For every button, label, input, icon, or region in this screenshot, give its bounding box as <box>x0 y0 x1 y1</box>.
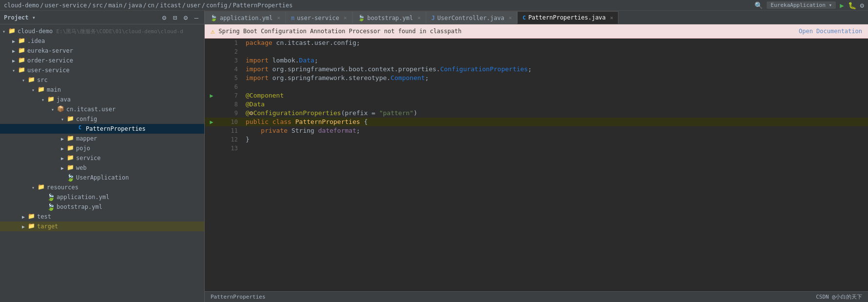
tree-item-web[interactable]: ▶ 📁 web <box>0 163 204 173</box>
tree-item-package[interactable]: ▾ 📦 cn.itcast.user <box>0 104 204 114</box>
arrow-idea: ▶ <box>10 39 18 44</box>
tree-label-package: cn.itcast.user <box>66 106 116 113</box>
tree-item-service[interactable]: ▶ 📁 service <box>0 153 204 163</box>
tree-label-pojo: pojo <box>76 145 90 152</box>
breadcrumb-main[interactable]: main <box>108 2 122 9</box>
tree-item-test[interactable]: ▶ 📁 test <box>0 212 204 221</box>
gutter-5 <box>205 74 224 82</box>
hide-icon[interactable]: — <box>193 14 200 21</box>
arrow-main: ▾ <box>29 87 37 93</box>
tree-item-idea[interactable]: ▶ 📁 .idea <box>0 36 204 46</box>
close-tab-bootstrap-yml[interactable]: ✕ <box>417 15 421 21</box>
tree-label-mapper: mapper <box>76 135 97 142</box>
breadcrumb-itcast[interactable]: itcast <box>160 2 181 9</box>
gutter-7: ▶ <box>205 91 224 100</box>
tree-item-target[interactable]: ▶ 📁 target <box>0 221 204 231</box>
arrow-pattern <box>68 126 76 132</box>
sync-icon[interactable]: ⚙ <box>160 14 168 21</box>
close-tab-pattern-properties[interactable]: ✕ <box>610 15 614 21</box>
search-icon[interactable]: 🔍 <box>754 1 763 9</box>
arrow-order: ▶ <box>10 58 18 63</box>
tab-application-yml[interactable]: 🍃 application.yml ✕ <box>205 11 286 24</box>
tree-item-resources[interactable]: ▾ 📁 resources <box>0 182 204 192</box>
code-line-12: 12 } <box>205 135 868 144</box>
arrow-target: ▶ <box>19 224 27 229</box>
folder-icon-test: 📁 <box>27 213 35 221</box>
code-line-9: 9 @⚙ConfigurationProperties(prefix = "pa… <box>205 109 868 118</box>
linecontent-13 <box>244 144 868 153</box>
folder-icon-user-service: 📁 <box>18 66 25 74</box>
tab-bootstrap-yml[interactable]: 🍃 bootstrap.yml ✕ <box>352 11 426 24</box>
tree-item-cloud-demo[interactable]: ▾ 📁 cloud-demo E:\黑马\微服务\CODE\01\cloud-d… <box>0 26 204 36</box>
tree-item-pattern-properties[interactable]: C PatternProperties <box>0 124 204 134</box>
tab-label-app-yml: application.yml <box>220 15 272 21</box>
tree-item-mapper[interactable]: ▶ 📁 mapper <box>0 134 204 143</box>
arrow-user-app <box>58 175 66 181</box>
tree-item-pojo[interactable]: ▶ 📁 pojo <box>0 143 204 153</box>
linenum-6: 6 <box>224 82 244 91</box>
code-line-10: ▶ 10 public class PatternProperties { <box>205 118 868 126</box>
tree-label-config: config <box>76 116 97 122</box>
settings-icon-top[interactable]: ⚙ <box>860 1 864 9</box>
tree-item-user-service[interactable]: ▾ 📁 user-service <box>0 65 204 75</box>
main-layout: Project ▾ ⚙ ⊟ ⚙ — ▾ 📁 cloud-demo E:\黑马\微… <box>0 11 868 302</box>
breadcrumb-user-service[interactable]: user-service <box>44 2 87 9</box>
tree-label-user-service: user-service <box>27 67 70 74</box>
tree-item-main[interactable]: ▾ 📁 main <box>0 85 204 95</box>
run-gutter-icon-7[interactable]: ▶ <box>210 92 213 99</box>
arrow-src: ▾ <box>19 78 27 83</box>
yaml-icon-app: 🍃 <box>47 193 55 201</box>
linecontent-3: import lombok.Data; <box>244 56 868 65</box>
warning-icon: ⚠ <box>211 27 214 35</box>
tree-item-java[interactable]: ▾ 📁 java <box>0 95 204 104</box>
arrow-mapper: ▶ <box>58 136 66 141</box>
tree-label-pattern: PatternProperties <box>86 125 146 132</box>
tree-item-config[interactable]: ▾ 📁 config <box>0 114 204 124</box>
class-tab-icon: C <box>522 15 526 21</box>
code-editor[interactable]: 1 package cn.itcast.user.config; 2 3 imp… <box>205 39 868 291</box>
close-tab-user-service[interactable]: ✕ <box>344 15 347 21</box>
tab-pattern-properties[interactable]: C PatternProperties.java ✕ <box>517 11 618 24</box>
folder-icon-mapper: 📁 <box>66 135 74 142</box>
tab-user-service[interactable]: m user-service ✕ <box>286 11 352 24</box>
code-line-11: 11 private String dateformat; <box>205 126 868 135</box>
linecontent-4: import org.springframework.boot.context.… <box>244 65 868 74</box>
linenum-9: 9 <box>224 109 244 118</box>
gutter-1 <box>205 39 224 47</box>
linenum-4: 4 <box>224 65 244 74</box>
tree-item-bootstrap-yml[interactable]: 🍃 bootstrap.yml <box>0 202 204 212</box>
close-tab-app-yml[interactable]: ✕ <box>277 15 280 21</box>
linecontent-12: } <box>244 135 868 144</box>
breadcrumb-config[interactable]: config <box>206 2 227 9</box>
breadcrumb-cn[interactable]: cn <box>148 2 154 9</box>
tree-item-order[interactable]: ▶ 📁 order-service <box>0 56 204 65</box>
tree-item-user-app[interactable]: 🍃 UserApplication <box>0 173 204 182</box>
folder-icon-web: 📁 <box>66 164 74 172</box>
settings-panel-icon[interactable]: ⚙ <box>182 14 190 21</box>
code-line-3: 3 import lombok.Data; <box>205 56 868 65</box>
run-icon[interactable]: ▶ <box>840 1 844 9</box>
gutter-10: ▶ <box>205 118 224 126</box>
linenum-10: 10 <box>224 118 244 126</box>
breadcrumb-java[interactable]: java <box>128 2 142 9</box>
breadcrumb-src[interactable]: src <box>92 2 103 9</box>
tree-item-app-yml[interactable]: 🍃 application.yml <box>0 192 204 202</box>
breadcrumb-user[interactable]: user <box>187 2 201 9</box>
tab-user-controller[interactable]: J UserController.java ✕ <box>426 11 517 24</box>
close-tab-user-controller[interactable]: ✕ <box>509 15 512 21</box>
tree-label-cloud-demo: cloud-demo E:\黑马\微服务\CODE\01\cloud-demo\… <box>18 28 183 35</box>
tree-item-eureka[interactable]: ▶ 📁 eureka-server <box>0 46 204 56</box>
debug-icon[interactable]: 🐛 <box>848 1 856 9</box>
code-line-6: 6 <box>205 82 868 91</box>
tree-item-src[interactable]: ▾ 📁 src <box>0 75 204 85</box>
breadcrumb: cloud-demo / user-service / src / main /… <box>4 2 292 9</box>
breadcrumb-cloud-demo[interactable]: cloud-demo <box>4 2 39 9</box>
linenum-5: 5 <box>224 74 244 82</box>
open-documentation-link[interactable]: Open Documentation <box>799 28 862 35</box>
tab-bar: 🍃 application.yml ✕ m user-service ✕ 🍃 b… <box>205 11 868 24</box>
arrow-app-yml <box>39 195 47 200</box>
run-gutter-icon-10[interactable]: ▶ <box>210 119 213 125</box>
run-config-label[interactable]: EurekaApplication ▾ <box>767 1 836 9</box>
tab-label-bootstrap-yml: bootstrap.yml <box>367 15 413 21</box>
collapse-icon[interactable]: ⊟ <box>171 14 179 21</box>
